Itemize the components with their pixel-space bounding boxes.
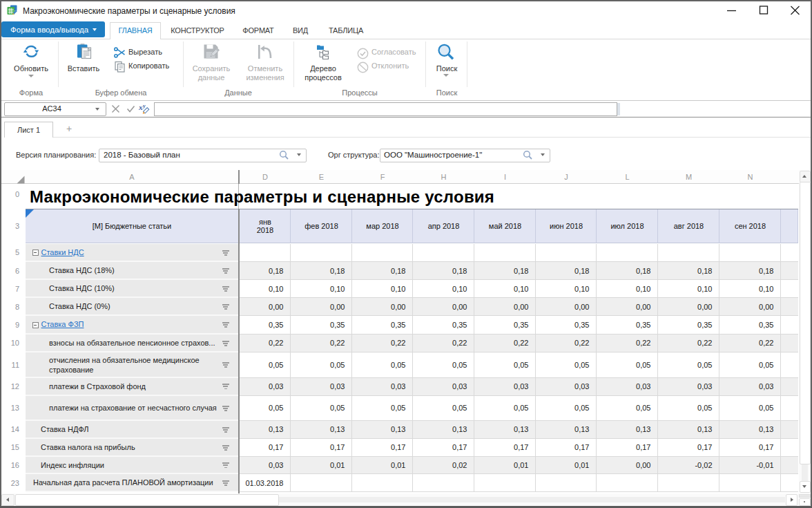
svg-text:y: y <box>142 103 146 109</box>
